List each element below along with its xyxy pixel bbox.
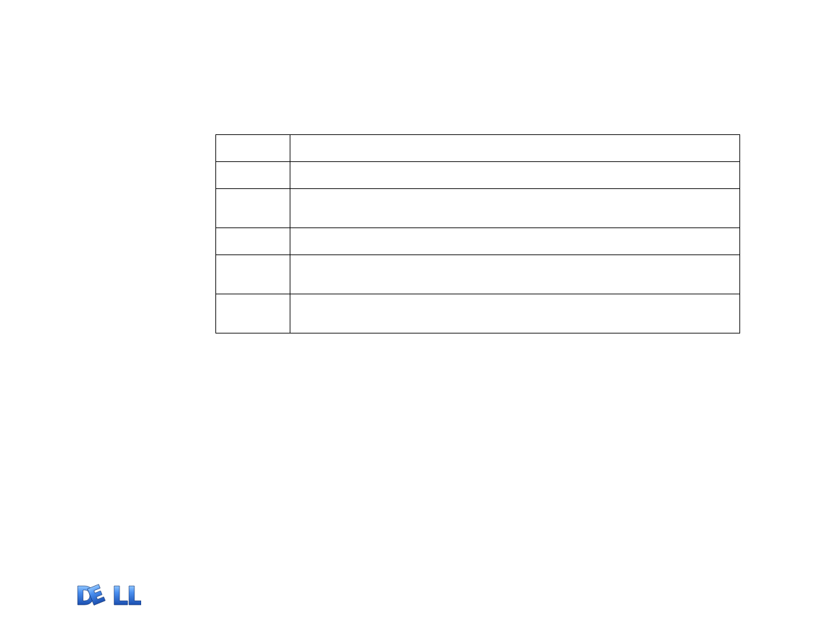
table-cell-left	[216, 228, 290, 255]
table-cell-right	[290, 228, 740, 255]
table-row	[216, 228, 740, 255]
table-cell-right	[290, 162, 740, 189]
table-cell-right	[290, 294, 740, 333]
table-row	[216, 294, 740, 333]
table	[215, 134, 740, 333]
table-cell-left	[216, 189, 290, 228]
table-cell-left	[216, 294, 290, 333]
table-cell-left	[216, 135, 290, 162]
table-row	[216, 255, 740, 294]
table-cell-left	[216, 255, 290, 294]
table-cell-right	[290, 255, 740, 294]
dell-logo-icon	[76, 582, 141, 609]
table-cell-left	[216, 162, 290, 189]
content-table	[215, 134, 740, 333]
table-row	[216, 162, 740, 189]
table-cell-right	[290, 189, 740, 228]
table-row	[216, 135, 740, 162]
table-row	[216, 189, 740, 228]
table-cell-right	[290, 135, 740, 162]
